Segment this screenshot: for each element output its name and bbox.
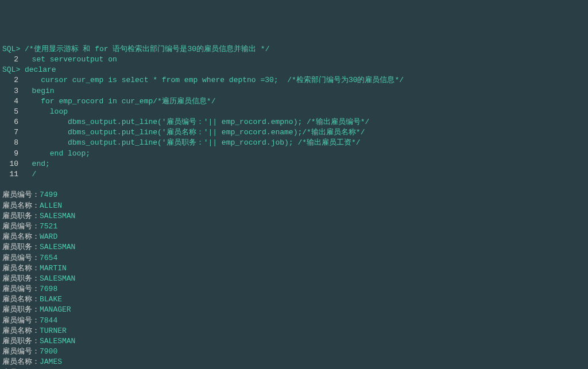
output-label: 雇员编号：	[2, 222, 40, 231]
output-label: 雇员名称：	[2, 327, 40, 335]
line-number: 4	[2, 96, 18, 107]
output-value: 7900	[40, 347, 57, 356]
sql-prompt: SQL>	[2, 45, 20, 53]
output-value: ALLEN	[40, 201, 62, 210]
line-number: 2	[2, 55, 18, 65]
code-text: end;	[23, 160, 50, 168]
code-text: set serveroutput on	[23, 55, 117, 64]
output-value: SALESMAN	[40, 337, 75, 345]
terminal-output[interactable]: SQL> /*使用显示游标 和 for 语句检索出部门编号是30的雇员信息并输出…	[2, 44, 586, 369]
line-number: 9	[2, 149, 18, 159]
output-value: SALESMAN	[40, 243, 75, 251]
output-label: 雇员编号：	[2, 191, 40, 199]
output-value: 7654	[40, 254, 57, 262]
output-value: 7844	[40, 316, 57, 325]
code-text: declare	[20, 65, 56, 74]
code-text: begin	[23, 87, 55, 95]
output-value: MARTIN	[40, 264, 67, 273]
code-text: loop	[23, 107, 68, 116]
output-value: BLAKE	[40, 295, 62, 304]
output-label: 雇员编号：	[2, 254, 40, 262]
output-value: SALESMAN	[40, 212, 75, 220]
line-number: 11	[2, 169, 18, 180]
line-number: 3	[2, 86, 18, 96]
output-value: WARD	[40, 232, 57, 241]
line-number: 2	[2, 75, 18, 86]
line-number: 10	[2, 159, 18, 169]
output-value: 7499	[40, 191, 57, 199]
output-value: TURNER	[40, 327, 67, 335]
output-label: 雇员编号：	[2, 285, 40, 293]
code-text: /	[23, 170, 36, 178]
code-text: end loop;	[23, 149, 90, 158]
output-label: 雇员名称：	[2, 295, 40, 304]
code-comment: /*使用显示游标 和 for 语句检索出部门编号是30的雇员信息并输出 */	[20, 45, 269, 53]
output-value: 7521	[40, 222, 57, 231]
code-text: for emp_rocord in cur_emp/*遍历雇员信息*/	[23, 97, 215, 106]
code-text: dbms_output.put_line('雇员名称：'|| emp_rocor…	[23, 128, 365, 137]
output-value: MANAGER	[40, 305, 71, 314]
output-label: 雇员职务：	[2, 243, 40, 251]
output-label: 雇员编号：	[2, 347, 40, 356]
output-value: 7698	[40, 285, 57, 293]
output-label: 雇员名称：	[2, 358, 40, 366]
output-label: 雇员职务：	[2, 212, 40, 220]
output-label: 雇员职务：	[2, 305, 40, 314]
output-label: 雇员编号：	[2, 316, 40, 325]
line-number: 6	[2, 117, 18, 127]
output-label: 雇员名称：	[2, 264, 40, 273]
line-number: 7	[2, 127, 18, 138]
code-text: cursor cur_emp is select * from emp wher…	[23, 76, 404, 84]
code-text: dbms_output.put_line('雇员编号：'|| emp_rocor…	[23, 118, 369, 126]
output-label: 雇员职务：	[2, 274, 40, 283]
output-label: 雇员名称：	[2, 232, 40, 241]
sql-prompt: SQL>	[2, 65, 20, 74]
line-number: 5	[2, 107, 18, 117]
output-label: 雇员名称：	[2, 201, 40, 210]
line-number: 8	[2, 138, 18, 148]
output-label: 雇员职务：	[2, 337, 40, 345]
output-value: JAMES	[40, 358, 62, 366]
code-text: dbms_output.put_line('雇员职务：'|| emp_rocor…	[23, 138, 361, 147]
output-value: SALESMAN	[40, 274, 75, 283]
